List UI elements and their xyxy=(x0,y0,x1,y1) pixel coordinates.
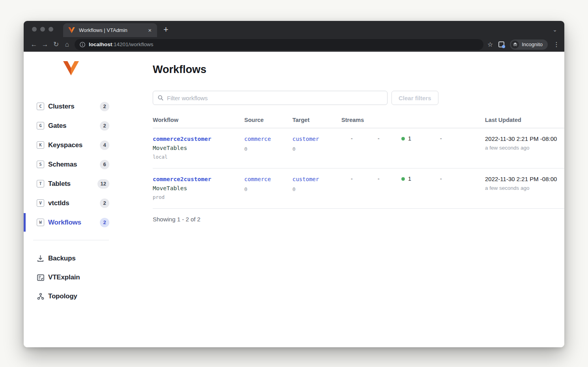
page-content: C Clusters 2 G Gates 2 K Keyspaces 4 S S… xyxy=(24,52,564,347)
workflow-name-link[interactable]: commerce2customer xyxy=(153,176,211,182)
streams-running: 1 xyxy=(395,176,431,182)
streams-error: - xyxy=(368,135,395,142)
incognito-badge: Incognito xyxy=(510,39,548,50)
vitess-logo[interactable] xyxy=(63,61,128,78)
site-info-icon[interactable] xyxy=(80,42,85,47)
gates-count-badge: 2 xyxy=(100,121,109,131)
url-host: localhost xyxy=(89,41,112,47)
workflows-table: Workflow Source Target Streams Last Upda… xyxy=(153,117,564,209)
clusters-count-badge: 2 xyxy=(100,102,109,111)
table-row: commerce2customer MoveTables prod commer… xyxy=(153,169,564,209)
page-title: Workflows xyxy=(153,64,555,76)
running-status-dot-icon xyxy=(401,177,405,181)
filter-workflows-input[interactable] xyxy=(167,95,382,101)
reload-icon[interactable]: ↻ xyxy=(51,41,62,48)
vtctlds-letter-icon: V xyxy=(37,199,44,207)
streams-error: - xyxy=(368,176,395,182)
tab-search-chevron-icon[interactable]: ⌄ xyxy=(552,27,557,32)
target-cell: customer 0 xyxy=(292,135,341,160)
sidebar-item-clusters[interactable]: C Clusters 2 xyxy=(24,97,128,116)
last-updated-cell: 2022-11-30 2:21 PM -08:00 a few seconds … xyxy=(485,135,564,160)
tab-close-icon[interactable]: × xyxy=(146,26,153,34)
clusters-letter-icon: C xyxy=(37,103,44,110)
tablets-count-badge: 12 xyxy=(97,179,109,189)
updated-relative: a few seconds ago xyxy=(485,185,564,191)
running-status-dot-icon xyxy=(401,137,405,140)
updated-relative: a few seconds ago xyxy=(485,145,564,151)
search-icon xyxy=(158,95,163,101)
back-icon[interactable]: ← xyxy=(28,41,39,48)
workflows-count-badge: 2 xyxy=(100,218,109,227)
results-summary: Showing 1 - 2 of 2 xyxy=(153,216,555,223)
target-shard: 0 xyxy=(292,186,341,192)
streams-running: 1 xyxy=(395,135,431,142)
target-shard: 0 xyxy=(292,146,341,152)
source-shard: 0 xyxy=(244,146,292,152)
side-panel-icon[interactable] xyxy=(498,41,504,47)
keyspaces-letter-icon: K xyxy=(37,141,44,149)
window-zoom-button[interactable] xyxy=(49,27,53,32)
schemas-count-badge: 6 xyxy=(100,160,109,169)
workflow-type: MoveTables xyxy=(153,185,244,191)
tab-title: Workflows | VTAdmin xyxy=(79,27,146,33)
incognito-label: Incognito xyxy=(522,41,543,47)
gates-letter-icon: G xyxy=(37,122,44,129)
target-keyspace-link[interactable]: customer xyxy=(292,136,319,142)
sidebar-nav: C Clusters 2 G Gates 2 K Keyspaces 4 S S… xyxy=(24,97,128,232)
url-path: :14201/workflows xyxy=(112,41,153,47)
bookmark-star-icon[interactable]: ☆ xyxy=(487,41,493,48)
workflow-cluster: local xyxy=(153,154,244,160)
target-keyspace-link[interactable]: customer xyxy=(292,176,319,182)
topology-tree-icon xyxy=(36,293,45,300)
sidebar-item-schemas[interactable]: S Schemas 6 xyxy=(24,155,128,174)
window-close-button[interactable] xyxy=(32,27,37,32)
column-header-streams: Streams xyxy=(341,117,485,123)
schemas-letter-icon: S xyxy=(37,161,44,168)
workflows-letter-icon: W xyxy=(37,219,44,226)
main-panel: Workflows Clear filters Workflow xyxy=(128,52,564,347)
sidebar-item-gates[interactable]: G Gates 2 xyxy=(24,116,128,135)
workflow-name-link[interactable]: commerce2customer xyxy=(153,136,211,142)
address-bar[interactable]: localhost:14201/workflows xyxy=(75,39,483,50)
forward-icon[interactable]: → xyxy=(39,41,51,48)
updated-timestamp: 2022-11-30 2:21 PM -08:00 xyxy=(485,176,564,182)
streams-copying: - xyxy=(341,135,368,142)
clear-filters-button[interactable]: Clear filters xyxy=(391,91,438,105)
source-keyspace-link[interactable]: commerce xyxy=(244,176,271,182)
url-text: localhost:14201/workflows xyxy=(89,41,154,47)
sidebar-item-topology[interactable]: Topology xyxy=(24,287,128,306)
sidebar-item-keyspaces[interactable]: K Keyspaces 4 xyxy=(24,135,128,155)
streams-cell: - - 1 - xyxy=(341,176,485,200)
vtexplain-document-icon xyxy=(36,274,45,281)
new-tab-button[interactable]: + xyxy=(163,25,169,34)
updated-timestamp: 2022-11-30 2:21 PM -08:00 xyxy=(485,135,564,142)
incognito-icon xyxy=(511,41,519,49)
sidebar-item-backups[interactable]: Backups xyxy=(24,249,128,268)
source-cell: commerce 0 xyxy=(244,176,292,200)
side-panel-notification-dot xyxy=(502,45,505,48)
column-header-source: Source xyxy=(244,117,292,123)
window-minimize-button[interactable] xyxy=(40,27,45,32)
browser-tab[interactable]: Workflows | VTAdmin × xyxy=(63,23,157,37)
streams-copying: - xyxy=(341,176,368,182)
browser-window: Workflows | VTAdmin × + ⌄ ← → ↻ ⌂ localh… xyxy=(24,21,564,347)
window-controls[interactable] xyxy=(32,27,53,32)
filter-controls: Clear filters xyxy=(153,91,555,105)
filter-input-wrapper[interactable] xyxy=(153,91,388,105)
streams-stopped: - xyxy=(431,135,485,142)
streams-stopped: - xyxy=(431,176,485,182)
tablets-letter-icon: T xyxy=(37,180,44,187)
target-cell: customer 0 xyxy=(292,176,341,200)
column-header-target: Target xyxy=(292,117,341,123)
browser-menu-icon[interactable]: ⋮ xyxy=(553,41,560,48)
sidebar-item-vtctlds[interactable]: V vtctlds 2 xyxy=(24,193,128,213)
workflow-type: MoveTables xyxy=(153,145,244,151)
source-keyspace-link[interactable]: commerce xyxy=(244,136,271,142)
sidebar-item-vtexplain[interactable]: VTExplain xyxy=(24,268,128,287)
home-icon[interactable]: ⌂ xyxy=(62,41,73,48)
source-shard: 0 xyxy=(244,186,292,192)
sidebar-item-workflows[interactable]: W Workflows 2 xyxy=(24,213,128,232)
vtctlds-count-badge: 2 xyxy=(100,198,109,208)
table-row: commerce2customer MoveTables local comme… xyxy=(153,128,564,169)
sidebar-item-tablets[interactable]: T Tablets 12 xyxy=(24,174,128,193)
